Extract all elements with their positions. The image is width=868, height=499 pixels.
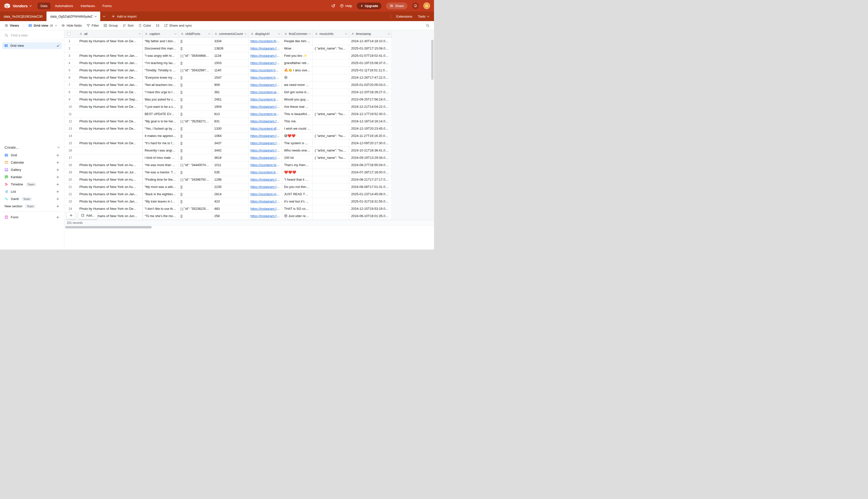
create-item-form[interactable]: Form <box>2 214 62 221</box>
cell-displayUrl[interactable]: https://scontent-lga… <box>248 111 282 118</box>
create-item-gantt[interactable]: GanttTeam <box>2 195 62 203</box>
cell-caption[interactable]: BEST UPDATE EVER! Mos… <box>142 111 178 118</box>
create-item-list[interactable]: List <box>2 188 62 195</box>
cell-firstComment[interactable]: Do you not think p… <box>282 183 313 191</box>
cell-displayUrl[interactable]: https://scontent-ma… <box>248 191 282 198</box>
cell-musicInfo[interactable] <box>313 198 349 205</box>
cell-musicInfo[interactable] <box>313 176 349 183</box>
display-url-link[interactable]: https://instagram.fy… <box>250 54 281 58</box>
cell-commentsCount[interactable]: 258 <box>212 212 248 220</box>
display-url-link[interactable]: https://instagram.fm… <box>250 119 282 123</box>
cell-childPosts[interactable]: [] <box>178 212 212 220</box>
hide-fields-button[interactable]: Hide fields <box>59 22 84 29</box>
column-header-alt[interactable]: alt <box>77 30 142 38</box>
cell-musicInfo[interactable] <box>313 140 349 147</box>
cell-childPosts[interactable]: [] <box>178 140 212 147</box>
cell-displayUrl[interactable]: https://instagram.ftg… <box>248 132 282 140</box>
row-number-cell[interactable]: 10 <box>64 103 77 111</box>
add-or-import-button[interactable]: Add or import <box>108 12 140 21</box>
create-item-calendar[interactable]: Calendar <box>2 159 62 166</box>
display-url-link[interactable]: https://instagram.fk… <box>250 156 281 160</box>
cell-caption[interactable]: “To me she’s the most pr… <box>142 212 178 220</box>
create-item-new-section[interactable]: New sectionTeam <box>2 203 62 210</box>
find-view-search[interactable] <box>3 30 61 40</box>
row-number-cell[interactable]: 7 <box>64 82 77 89</box>
cell-caption[interactable]: “It’s hard for me to feel sa… <box>142 140 178 147</box>
cell-musicInfo[interactable] <box>313 161 349 169</box>
row-number-cell[interactable]: 19 <box>64 169 77 176</box>
cell-musicInfo[interactable] <box>313 103 349 111</box>
extensions-button[interactable]: Extensions <box>396 15 412 19</box>
cell-commentsCount[interactable]: 423 <box>212 198 248 205</box>
cell-childPosts[interactable]: [] <box>178 169 212 176</box>
cell-childPosts[interactable]: [] <box>178 147 212 154</box>
cell-commentsCount[interactable]: 483 <box>212 205 248 212</box>
nav-tab-interfaces[interactable]: Interfaces <box>78 2 98 9</box>
row-number-cell[interactable]: 21 <box>64 183 77 191</box>
cell-musicInfo[interactable] <box>313 205 349 212</box>
cell-musicInfo[interactable] <box>313 169 349 176</box>
cell-caption[interactable]: Was just asked for comm… <box>142 96 178 103</box>
cell-commentsCount[interactable]: 1547 <box>212 74 248 82</box>
upgrade-button[interactable]: Upgrade <box>357 2 382 9</box>
cell-commentsCount[interactable]: 831 <box>212 118 248 125</box>
help-button[interactable]: Help <box>340 4 352 8</box>
plus-icon[interactable] <box>56 183 60 186</box>
cell-musicInfo[interactable] <box>313 67 349 74</box>
cell-timestamp[interactable]: 2023-09-25T17:56:24.000Z <box>349 96 392 103</box>
cell-timestamp[interactable]: 2024-12-18T14:16:14.000Z <box>349 118 392 125</box>
sidebar-view-grid[interactable]: Grid view <box>2 42 62 49</box>
row-number-cell[interactable]: 11 <box>64 111 77 118</box>
column-header-commentsCount[interactable]: commentsCount <box>212 30 248 38</box>
display-url-link[interactable]: https://instagram.fli… <box>250 47 281 50</box>
cell-commentsCount[interactable]: 1134 <box>212 52 248 60</box>
cell-commentsCount[interactable]: 535 <box>212 169 248 176</box>
display-url-link[interactable]: https://scontent-lga… <box>250 112 281 116</box>
display-url-link[interactable]: https://instagram.fm… <box>250 83 282 87</box>
cell-caption[interactable]: Recently I was angry eno… <box>142 147 178 154</box>
table-list-button[interactable] <box>100 12 108 21</box>
select-all-checkbox[interactable] <box>67 32 71 35</box>
cell-timestamp[interactable]: 2024-11-27T19:16:20.000Z <box>349 132 392 140</box>
cell-firstComment[interactable]: "I heard that it mig… <box>282 176 313 183</box>
display-url-link[interactable]: https://scontent-lhr… <box>250 39 281 43</box>
column-header-caption[interactable]: caption <box>142 30 178 38</box>
history-button[interactable]: ↺ <box>331 3 335 8</box>
tools-button[interactable]: Tools <box>418 15 429 19</box>
cell-commentsCount[interactable]: 1064 <box>212 132 248 140</box>
column-header-musicInfo[interactable]: musicInfo <box>313 30 349 38</box>
plus-icon[interactable] <box>56 197 60 201</box>
cell-firstComment[interactable]: Girl got some boot… <box>282 89 313 96</box>
row-number-cell[interactable]: 14 <box>64 132 77 140</box>
cell-childPosts[interactable]: [] <box>178 132 212 140</box>
cell-commentsCount[interactable]: 13826 <box>212 45 248 52</box>
cell-displayUrl[interactable]: https://scontent-iad… <box>248 89 282 96</box>
notifications-button[interactable] <box>412 2 419 9</box>
cell-alt[interactable]: Photo by Humans of New York on De… <box>77 74 142 82</box>
cell-timestamp[interactable]: 2024-12-21T14:04:22.000Z <box>349 103 392 111</box>
cell-childPosts[interactable]: [ { "id": "34396750… <box>178 176 212 183</box>
cell-firstComment[interactable]: 😍 Just utter respe… <box>282 212 313 220</box>
row-height-button[interactable] <box>154 22 161 29</box>
table-tab-1[interactable]: data_YeJXCj519OJntxC30 <box>0 12 46 21</box>
cell-commentsCount[interactable]: 381 <box>212 89 248 96</box>
cell-caption[interactable]: “Timidity. Timidity is the … <box>142 67 178 74</box>
cell-commentsCount[interactable]: 3437 <box>212 140 248 147</box>
cell-timestamp[interactable]: 2024-12-09T20:17:30.000Z <box>349 140 392 147</box>
cell-displayUrl[interactable]: https://instagram.fbf… <box>248 60 282 67</box>
cell-alt[interactable]: Photo by Humans of New York on Jan… <box>77 198 142 205</box>
cell-alt[interactable] <box>77 147 142 154</box>
row-number-cell[interactable]: 5 <box>64 67 77 74</box>
cell-displayUrl[interactable]: https://instagram.fm… <box>248 82 282 89</box>
cell-timestamp[interactable]: 2025-01-11T16:51:11.000Z <box>349 67 392 74</box>
cell-caption[interactable]: “My father and I don’t get… <box>142 38 178 45</box>
cell-displayUrl[interactable]: https://scontent-hkg… <box>248 67 282 74</box>
row-number-cell[interactable]: 12 <box>64 118 77 125</box>
cell-childPosts[interactable]: [ { "id": "35432997… <box>178 67 212 74</box>
cell-childPosts[interactable]: [] <box>178 82 212 89</box>
row-number-cell[interactable]: 13 <box>64 125 77 132</box>
cell-displayUrl[interactable]: https://instagram.fm… <box>248 118 282 125</box>
cell-alt[interactable]: Photo by Humans of New York on De… <box>77 38 142 45</box>
cell-alt[interactable]: Photo by Humans of New York on De… <box>77 140 142 147</box>
cell-caption[interactable]: “Finding time for them, th… <box>142 176 178 183</box>
